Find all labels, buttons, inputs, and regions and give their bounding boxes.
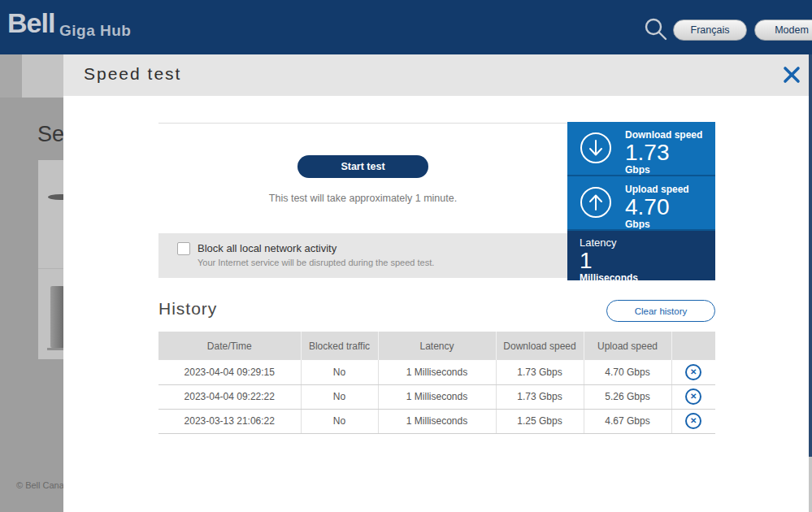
background-footer-clip: © Bell Canada xyxy=(0,475,63,500)
close-icon[interactable] xyxy=(782,65,801,85)
modem-thumbnail-icon xyxy=(50,286,63,348)
upload-speed-box: Upload speed 4.70 Gbps xyxy=(567,176,715,229)
table-cell: 5.26 Gbps xyxy=(584,384,671,409)
delete-history-entry-button[interactable]: ✕ xyxy=(685,413,701,429)
column-header: Date/Time xyxy=(158,332,301,360)
column-header xyxy=(671,332,715,360)
background-device-card xyxy=(38,160,63,359)
table-cell: 1 Milliseconds xyxy=(378,409,496,433)
table-cell: 1.73 Gbps xyxy=(496,384,584,409)
table-cell: 1.73 Gbps xyxy=(496,360,584,384)
content-divider xyxy=(158,123,567,124)
modal-title: Speed test xyxy=(84,64,181,84)
bell-logo: Bell xyxy=(7,7,54,39)
upload-speed-label: Upload speed xyxy=(625,184,689,195)
download-speed-value: 1.73 xyxy=(625,141,702,164)
background-active-tab xyxy=(22,54,63,98)
upload-speed-unit: Gbps xyxy=(625,219,689,229)
upload-arrow-icon xyxy=(580,186,612,219)
table-cell: 4.70 Gbps xyxy=(584,360,671,384)
table-cell: 1 Milliseconds xyxy=(378,384,496,409)
test-duration-note: This test will take approximately 1 minu… xyxy=(158,193,567,204)
table-cell: 4.67 Gbps xyxy=(584,409,671,433)
speed-test-modal: Speed test Start test This test will tak… xyxy=(63,54,809,512)
table-cell: 1 Milliseconds xyxy=(378,360,496,384)
block-traffic-checkbox[interactable] xyxy=(177,242,190,255)
history-title: History xyxy=(158,299,217,319)
device-thumbnail-icon xyxy=(48,194,63,200)
clear-history-button[interactable]: Clear history xyxy=(606,300,715,322)
column-header: Upload speed xyxy=(584,332,671,360)
app-header: Bell Giga Hub Français Modem xyxy=(0,0,812,54)
table-cell: No xyxy=(301,409,378,433)
screen: Bell Giga Hub Français Modem Se © Bell C… xyxy=(0,0,812,512)
delete-history-entry-button[interactable]: ✕ xyxy=(685,388,701,405)
column-header: Blocked traffic xyxy=(301,332,378,360)
upload-speed-value: 4.70 xyxy=(625,195,689,219)
download-speed-label: Download speed xyxy=(625,129,702,141)
table-cell: 2023-03-13 21:06:22 xyxy=(158,409,301,433)
product-name: Giga Hub xyxy=(59,22,131,40)
table-cell-action: ✕ xyxy=(671,409,715,433)
column-header: Latency xyxy=(378,332,496,360)
table-row: 2023-04-04 09:22:22No1 Milliseconds1.73 … xyxy=(158,384,715,409)
download-speed-unit: Gbps xyxy=(625,164,702,175)
table-row: 2023-04-04 09:29:15No1 Milliseconds1.73 … xyxy=(158,360,715,384)
modal-titlebar: Speed test xyxy=(63,54,809,96)
table-cell: 2023-04-04 09:29:15 xyxy=(158,360,301,384)
search-icon[interactable] xyxy=(643,16,669,42)
column-header: Download speed xyxy=(496,332,584,360)
download-arrow-icon xyxy=(580,132,612,164)
block-traffic-label: Block all local network activity xyxy=(198,242,337,254)
table-cell: 1.25 Gbps xyxy=(496,409,584,433)
table-cell: No xyxy=(301,360,378,384)
results-panel: Download speed 1.73 Gbps Upload speed 4.… xyxy=(567,122,715,280)
start-test-button[interactable]: Start test xyxy=(297,155,428,178)
modem-button[interactable]: Modem xyxy=(754,20,812,41)
table-cell: 2023-04-04 09:22:22 xyxy=(158,384,301,409)
latency-value: 1 xyxy=(580,249,638,272)
latency-label: Latency xyxy=(580,236,638,249)
block-traffic-section: Block all local network activity Your In… xyxy=(158,233,567,278)
background-page-title: Se xyxy=(37,122,63,147)
table-cell-action: ✕ xyxy=(671,384,715,409)
table-cell: No xyxy=(301,384,378,409)
block-traffic-subtext: Your Internet service will be disrupted … xyxy=(198,258,434,267)
latency-box: Latency 1 Milliseconds xyxy=(567,231,715,280)
history-table: Date/TimeBlocked trafficLatencyDownload … xyxy=(158,332,715,434)
delete-history-entry-button[interactable]: ✕ xyxy=(685,364,701,380)
modem-thumbnail-base xyxy=(47,348,63,350)
card-divider xyxy=(38,268,63,269)
table-row: 2023-03-13 21:06:22No1 Milliseconds1.25 … xyxy=(158,409,715,433)
latency-unit: Milliseconds xyxy=(580,272,638,280)
table-cell-action: ✕ xyxy=(671,360,715,384)
download-speed-box: Download speed 1.73 Gbps xyxy=(567,122,715,175)
background-right-strip xyxy=(809,54,812,457)
background-right-strip-bottom xyxy=(809,457,812,512)
copyright-text: © Bell Canada xyxy=(16,480,63,490)
language-button[interactable]: Français xyxy=(673,20,747,41)
table-header-row: Date/TimeBlocked trafficLatencyDownload … xyxy=(158,332,715,360)
